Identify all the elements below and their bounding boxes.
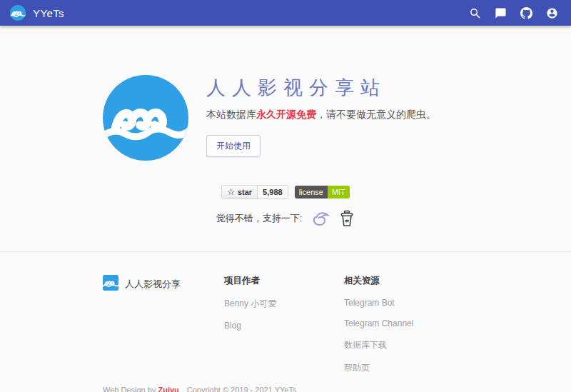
brand-logo-icon[interactable] (10, 5, 26, 21)
footer-column-authors: 项目作者 Benny 小可爱 Blog (224, 275, 344, 374)
footer-link-telegram-bot[interactable]: Telegram Bot (344, 298, 464, 308)
github-star-badge[interactable]: ☆star 5,988 (221, 185, 288, 199)
footer-link-blog[interactable]: Blog (224, 321, 344, 331)
navbar: YYeTs (0, 0, 571, 26)
site-logo-icon (103, 75, 188, 161)
badges-row: ☆star 5,988 license MIT (0, 185, 571, 199)
footer-brand-name: 人人影视分享 (125, 278, 181, 291)
subtitle-highlight: 永久开源免费 (256, 109, 316, 120)
designer-link[interactable]: Zuiyu (158, 386, 178, 392)
footer-logo-icon (103, 275, 118, 291)
page-title: 人人影视分享站 (206, 77, 436, 99)
footer-column-resources: 相关资源 Telegram Bot Telegram Channel 数据库下载… (344, 275, 464, 374)
coffee-cup-icon (339, 210, 355, 227)
yyets-homepage: YYeTs (0, 0, 571, 392)
main-section: 人人影视分享站 本站数据库永久开源免费，请不要做无意义的爬虫。 开始使用 ☆st… (0, 26, 571, 251)
license-badge[interactable]: license MIT (295, 186, 350, 198)
navbar-actions (465, 4, 561, 22)
license-badge-value: MIT (328, 186, 350, 198)
donate-afdian-link[interactable] (311, 210, 330, 227)
messages-button[interactable] (491, 4, 510, 22)
footer-brand: 人人影视分享 (103, 275, 224, 374)
star-icon: ☆ (227, 188, 235, 196)
account-icon (546, 7, 558, 19)
buy-coffee-link[interactable] (339, 210, 355, 227)
footer-column-title: 相关资源 (344, 275, 464, 287)
copyright: Web Design by Zuiyu，Copyright © 2019 - 2… (103, 385, 468, 392)
license-badge-label: license (295, 186, 328, 198)
star-count: 5,988 (258, 186, 288, 198)
footer-link-telegram-channel[interactable]: Telegram Channel (344, 318, 464, 328)
footer-link-help-page[interactable]: 帮助页 (344, 362, 464, 374)
support-text: 觉得不错，支持一下: (216, 212, 303, 225)
bunny-icon (311, 210, 330, 227)
footer-link-database-download[interactable]: 数据库下载 (344, 339, 464, 351)
github-icon (520, 7, 532, 19)
page-subtitle: 本站数据库永久开源免费，请不要做无意义的爬虫。 (206, 109, 436, 121)
subtitle-suffix: ，请不要做无意义的爬虫。 (316, 109, 436, 120)
star-badge-label: star (238, 189, 252, 196)
brand-title[interactable]: YYeTs (33, 7, 64, 19)
subtitle-prefix: 本站数据库 (206, 109, 256, 120)
copyright-prefix: Web Design by (103, 386, 158, 392)
chat-icon (495, 7, 507, 19)
copyright-suffix: ，Copyright © 2019 - 2021 YYeTs (179, 386, 297, 392)
search-icon (469, 7, 481, 19)
footer-column-title: 项目作者 (224, 275, 344, 287)
footer-link-benny[interactable]: Benny 小可爱 (224, 298, 344, 310)
support-row: 觉得不错，支持一下: (0, 210, 571, 227)
hero: 人人影视分享站 本站数据库永久开源免费，请不要做无意义的爬虫。 开始使用 (103, 26, 468, 161)
footer: 人人影视分享 项目作者 Benny 小可爱 Blog 相关资源 Telegram… (0, 251, 571, 392)
account-button[interactable] (542, 4, 561, 22)
github-button[interactable] (517, 4, 535, 22)
get-started-button[interactable]: 开始使用 (206, 135, 261, 157)
search-button[interactable] (465, 4, 484, 22)
